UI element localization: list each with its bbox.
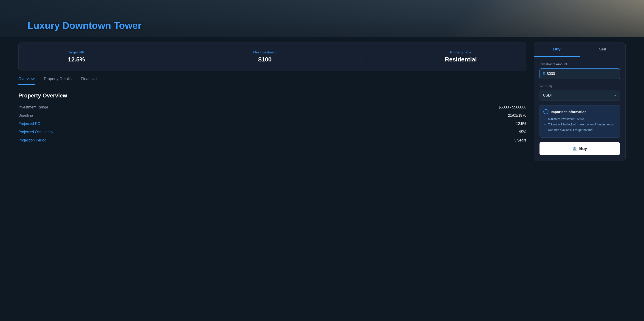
- currency-select-wrapper: USDT USDC BTC ETH ▼: [540, 90, 620, 101]
- info-title: Important Information: [551, 110, 586, 114]
- projection-period-value: 5 years: [514, 138, 526, 142]
- currency-select[interactable]: USDT USDC BTC ETH: [540, 90, 620, 101]
- info-circle-icon: i: [544, 109, 548, 114]
- info-item-2: Tokens will be locked in escrow until fu…: [548, 123, 616, 127]
- projected-roi-label: Projected ROI: [18, 122, 41, 126]
- stat-divider-2: [360, 50, 361, 63]
- left-panel: Target IRR 12.5% Min Investment $100 Pro…: [18, 42, 526, 147]
- buy-icon: 🏦: [572, 147, 577, 151]
- buy-button-label: Buy: [579, 146, 587, 151]
- tab-property-details[interactable]: Property Details: [44, 77, 72, 85]
- tab-financials[interactable]: Financials: [81, 77, 98, 85]
- property-title: Luxury Downtown Tower: [28, 20, 142, 31]
- target-irr-stat: Target IRR 12.5%: [68, 50, 85, 63]
- overview-row-investment-range: Investment Range $5000 - $500000: [18, 105, 526, 109]
- min-investment-stat: Min Investment $100: [253, 50, 277, 63]
- content-tabs: Overview Property Details Financials: [18, 77, 526, 85]
- overview-row-deadline: Deadline 21/01/1970: [18, 114, 526, 118]
- min-investment-label: Min Investment: [253, 50, 277, 54]
- projected-occupancy-label: Projected Occupancy: [18, 130, 53, 134]
- investment-amount-input[interactable]: [547, 69, 616, 79]
- projected-roi-value: 12.5%: [516, 122, 526, 126]
- overview-row-projection-period: Projection Period 5 years: [18, 138, 526, 142]
- dollar-sign-icon: $: [543, 72, 545, 76]
- buy-sell-tabs: Buy Sell: [534, 42, 626, 57]
- section-title: Property Overview: [18, 92, 526, 99]
- min-investment-value: $100: [253, 56, 277, 63]
- amount-input-wrapper: $: [540, 68, 620, 79]
- main-content: Target IRR 12.5% Min Investment $100 Pro…: [0, 37, 644, 166]
- buy-tab[interactable]: Buy: [534, 42, 580, 57]
- sell-tab[interactable]: Sell: [580, 42, 626, 57]
- stats-card: Target IRR 12.5% Min Investment $100 Pro…: [18, 42, 526, 71]
- currency-label: Currency: [540, 84, 620, 88]
- property-type-label: Property Type: [445, 50, 477, 54]
- tab-overview[interactable]: Overview: [18, 77, 35, 85]
- investment-range-value: $5000 - $500000: [498, 105, 526, 109]
- trade-panel: Buy Sell Investment Amount $ Currency US…: [534, 42, 626, 161]
- stat-divider-1: [169, 50, 169, 63]
- deadline-value: 21/01/1970: [508, 114, 526, 118]
- info-list: Minimum investment: $5000 Tokens will be…: [544, 117, 616, 132]
- overview-section: Property Overview Investment Range $5000…: [18, 92, 526, 142]
- investment-amount-label: Investment Amount: [540, 62, 620, 66]
- overview-row-projected-roi: Projected ROI 12.5%: [18, 122, 526, 126]
- info-item-1: Minimum investment: $5000: [548, 117, 616, 121]
- investment-range-label: Investment Range: [18, 105, 48, 109]
- trade-panel-body: Investment Amount $ Currency USDT USDC B…: [534, 57, 626, 161]
- info-item-3: Refunds available if target not met: [548, 128, 616, 132]
- hero-overlay: [0, 0, 644, 37]
- important-info-box: i Important Information Minimum investme…: [540, 105, 620, 138]
- target-irr-value: 12.5%: [68, 56, 85, 63]
- property-type-stat: Property Type Residential: [445, 50, 477, 63]
- target-irr-label: Target IRR: [68, 50, 85, 54]
- property-type-value: Residential: [445, 56, 477, 63]
- info-header: i Important Information: [544, 109, 616, 114]
- overview-row-projected-occupancy: Projected Occupancy 95%: [18, 130, 526, 134]
- hero-section: Luxury Downtown Tower: [0, 0, 644, 37]
- deadline-label: Deadline: [18, 114, 33, 118]
- projection-period-label: Projection Period: [18, 138, 46, 142]
- buy-button[interactable]: 🏦 Buy: [540, 142, 620, 155]
- projected-occupancy-value: 95%: [519, 130, 526, 134]
